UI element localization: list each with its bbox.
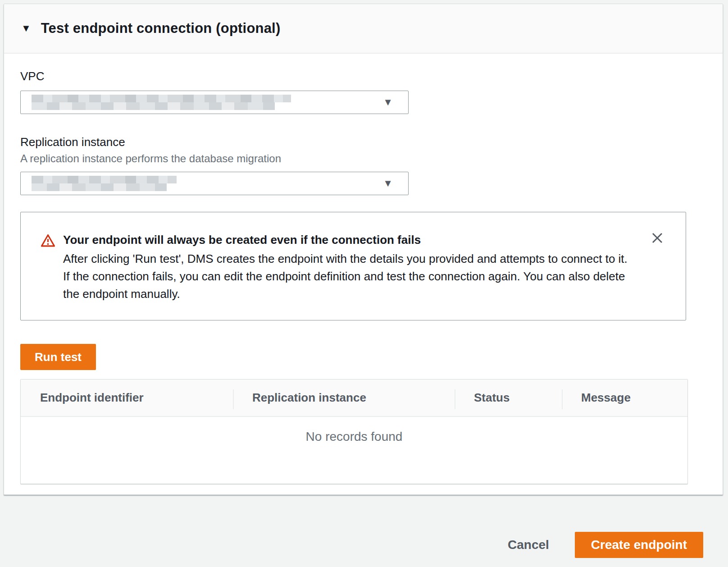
column-header-message: Message (562, 380, 687, 416)
run-test-button[interactable]: Run test (20, 344, 96, 370)
chevron-down-icon: ▼ (383, 97, 393, 107)
replication-instance-description: A replication instance performs the data… (20, 152, 706, 165)
page-title: Test endpoint connection (optional) (41, 20, 281, 37)
replication-instance-label: Replication instance (20, 135, 706, 149)
section-body: VPC ▼ Replication instance A replication… (4, 69, 723, 484)
column-header-replication-instance: Replication instance (233, 380, 455, 416)
vpc-select[interactable]: ▼ (20, 91, 409, 114)
vpc-label: VPC (20, 69, 706, 83)
alert-body: After clicking 'Run test', DMS creates t… (63, 250, 632, 303)
create-endpoint-button[interactable]: Create endpoint (575, 532, 703, 558)
close-icon[interactable] (651, 231, 664, 245)
test-endpoint-connection-panel: ▼ Test endpoint connection (optional) VP… (4, 4, 723, 495)
alert-title: Your endpoint will always be created eve… (63, 232, 632, 247)
column-header-endpoint-identifier: Endpoint identifier (21, 380, 233, 416)
redacted-replication-instance-value (32, 176, 177, 191)
collapse-caret-icon: ▼ (21, 23, 31, 33)
warning-triangle-icon (41, 232, 55, 303)
chevron-down-icon: ▼ (383, 178, 393, 188)
column-header-status: Status (455, 380, 562, 416)
form-footer-actions: Cancel Create endpoint (508, 532, 703, 558)
warning-alert: Your endpoint will always be created eve… (20, 212, 686, 320)
section-header[interactable]: ▼ Test endpoint connection (optional) (4, 4, 723, 54)
cancel-button[interactable]: Cancel (508, 538, 549, 552)
replication-instance-select[interactable]: ▼ (20, 172, 409, 195)
empty-state-message: No records found (21, 417, 687, 484)
table-header-row: Endpoint identifier Replication instance… (21, 380, 687, 417)
redacted-vpc-value (32, 95, 291, 110)
test-results-table: Endpoint identifier Replication instance… (20, 379, 688, 484)
